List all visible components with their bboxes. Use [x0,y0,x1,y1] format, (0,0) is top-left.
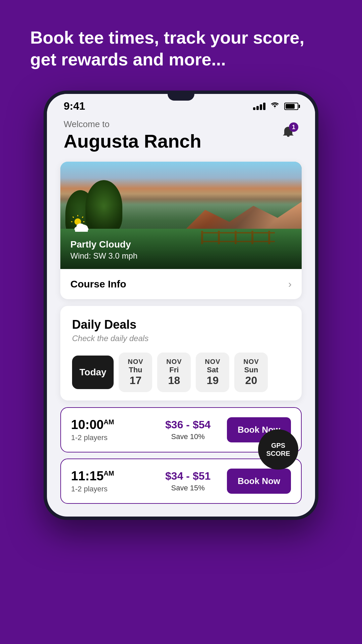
svg-line-6 [82,217,83,218]
notification-bell[interactable]: 1 [278,122,298,143]
signal-bar-1 [253,107,255,110]
fri-num: 18 [168,374,180,387]
notification-badge: 1 [289,122,298,132]
price-range-1: $36 - $54 [149,419,227,431]
tee-time-1-price: $36 - $54 Save 10% [149,419,227,441]
chevron-right-icon: › [288,278,292,290]
sat-month: NOV [205,358,220,366]
phone-screen: 9:41 [47,94,315,517]
price-save-1: Save 10% [149,432,227,441]
battery-fill [286,104,295,109]
course-card: Partly Cloudy Wind: SW 3.0 mph Course In… [60,162,302,299]
tee-time-left-1: 10:00AM 1-2 players [71,418,149,442]
sun-num: 20 [245,374,257,387]
club-name: Augusta Ranch [64,131,201,152]
phone-frame: 9:41 [44,91,318,520]
date-tab-today[interactable]: Today [72,356,114,389]
weather-condition: Partly Cloudy [70,239,292,250]
daily-deals-subtitle: Check the daily deals [72,334,290,343]
screen-content: 9:41 [47,94,315,517]
welcome-text: Welcome to [64,119,201,129]
date-tab-fri[interactable]: NOV Fri 18 [157,353,191,392]
date-tab-sat[interactable]: NOV Sat 19 [196,353,229,392]
fri-month: NOV [166,358,182,366]
date-tab-thu[interactable]: NOV Thu 17 [119,353,152,392]
tee-time-1-players: 1-2 players [71,433,149,442]
thu-month: NOV [128,358,143,366]
partly-cloudy-icon [70,214,90,234]
svg-rect-10 [75,229,88,232]
sun-day: Sun [244,366,258,374]
gps-score-fab[interactable]: GPS SCORE [258,429,298,470]
date-tab-sun[interactable]: NOV Sun 20 [234,353,268,392]
price-range-2: $34 - $51 [149,470,227,482]
sat-num: 19 [207,374,219,387]
signal-bar-3 [260,104,262,110]
tee-time-1-clock: 10:00AM [71,418,149,432]
tee-time-2-clock: 11:15AM [71,469,149,483]
app-header: Welcome to Augusta Ranch 1 [47,116,315,158]
thu-day: Thu [129,366,142,374]
sun-month: NOV [243,358,259,366]
gps-line2: SCORE [266,449,290,458]
course-info-row[interactable]: Course Info › [60,269,302,299]
signal-bar-4 [263,103,265,110]
daily-deals-card: Daily Deals Check the daily deals Today … [60,306,302,400]
tee-time-2-price: $34 - $51 Save 15% [149,470,227,492]
svg-line-5 [73,217,74,218]
wifi-icon [270,102,280,111]
sat-day: Sat [207,366,218,374]
signal-bar-2 [256,106,259,110]
gps-line1: GPS [271,441,285,449]
price-save-2: Save 15% [149,484,227,492]
status-time: 9:41 [64,100,85,112]
daily-deals-title: Daily Deals [72,318,290,332]
svg-point-11 [76,223,84,229]
date-tabs: Today NOV Thu 17 NOV Fri 18 [72,353,290,392]
weather-wind: Wind: SW 3.0 mph [70,251,292,261]
tee-time-left-2: 11:15AM 1-2 players [71,469,149,493]
weather-overlay: Partly Cloudy Wind: SW 3.0 mph [60,204,302,269]
weather-icon-area [70,214,292,236]
tee-time-2-players: 1-2 players [71,485,149,493]
signal-bars-icon [253,103,265,110]
status-icons [253,102,298,111]
header-left: Welcome to Augusta Ranch [64,119,201,152]
phone-notch [168,91,194,101]
battery-icon [284,103,298,110]
today-label: Today [79,367,106,378]
thu-num: 17 [130,374,142,387]
hero-text: Book tee times, track your score, get re… [0,0,362,91]
fri-day: Fri [169,366,179,374]
course-info-label: Course Info [70,278,126,290]
book-now-button-2[interactable]: Book Now [227,469,291,494]
course-image: Partly Cloudy Wind: SW 3.0 mph [60,162,302,269]
